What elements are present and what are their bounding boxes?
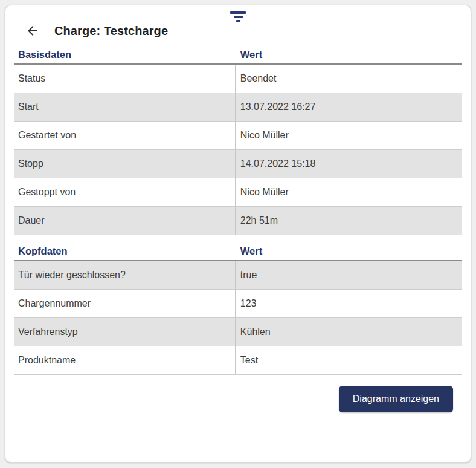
filter-icon-bar <box>230 11 246 14</box>
row-key: Chargennummer <box>14 290 235 317</box>
column-header-wert: Wert <box>235 245 462 257</box>
row-key: Dauer <box>14 207 235 235</box>
filter-icon[interactable] <box>230 11 246 24</box>
page-title: Charge: Testcharge <box>54 24 168 38</box>
table-row: Stopp 14.07.2022 15:18 <box>14 150 462 178</box>
tables-wrap: Basisdaten Wert Status Beendet Start 13.… <box>14 40 462 375</box>
row-value: Beendet <box>235 65 462 93</box>
row-key: Gestartet von <box>14 122 235 149</box>
row-key: Verfahrenstyp <box>14 318 235 346</box>
row-key: Stopp <box>14 150 235 178</box>
row-key: Tür wieder geschlossen? <box>14 261 235 289</box>
column-header-basisdaten: Basisdaten <box>14 49 235 60</box>
column-header-kopfdaten: Kopfdaten <box>14 245 235 257</box>
show-diagram-button[interactable]: Diagramm anzeigen <box>339 386 453 412</box>
row-value: Nico Müller <box>235 178 462 206</box>
row-key: Status <box>14 65 235 93</box>
table-row: Verfahrenstyp Kühlen <box>14 318 462 346</box>
back-button[interactable] <box>25 23 40 39</box>
row-key: Gestoppt von <box>14 178 235 206</box>
table-row: Tür wieder geschlossen? true <box>14 261 462 290</box>
row-key: Produktname <box>14 346 235 374</box>
kopfdaten-table: Kopfdaten Wert Tür wieder geschlossen? t… <box>14 235 462 375</box>
basisdaten-header-row: Basisdaten Wert <box>14 40 462 65</box>
basisdaten-table: Basisdaten Wert Status Beendet Start 13.… <box>14 40 462 235</box>
charge-detail-card: Charge: Testcharge Basisdaten Wert Statu… <box>5 5 471 463</box>
row-value: 14.07.2022 15:18 <box>235 150 462 178</box>
table-row: Dauer 22h 51m <box>14 207 462 235</box>
table-row: Status Beendet <box>14 65 462 93</box>
column-header-wert: Wert <box>235 49 462 60</box>
filter-icon-bar <box>234 16 243 18</box>
row-value: 123 <box>235 290 462 317</box>
table-row: Produktname Test <box>14 346 462 375</box>
titlebar: Charge: Testcharge <box>25 22 471 40</box>
table-row: Gestartet von Nico Müller <box>14 122 462 150</box>
back-arrow-icon <box>25 24 40 38</box>
row-value: 22h 51m <box>235 207 462 235</box>
row-value: Kühlen <box>235 318 462 346</box>
kopfdaten-header-row: Kopfdaten Wert <box>14 235 462 261</box>
row-key: Start <box>14 93 235 121</box>
row-value: Test <box>235 346 462 374</box>
filter-icon-bar <box>236 20 240 22</box>
table-row: Chargennummer 123 <box>14 290 462 318</box>
row-value: true <box>235 261 462 289</box>
actions-bar: Diagramm anzeigen <box>5 386 453 412</box>
row-value: Nico Müller <box>235 122 462 149</box>
table-row: Gestoppt von Nico Müller <box>14 178 462 207</box>
row-value: 13.07.2022 16:27 <box>235 93 462 121</box>
table-row: Start 13.07.2022 16:27 <box>14 93 462 122</box>
